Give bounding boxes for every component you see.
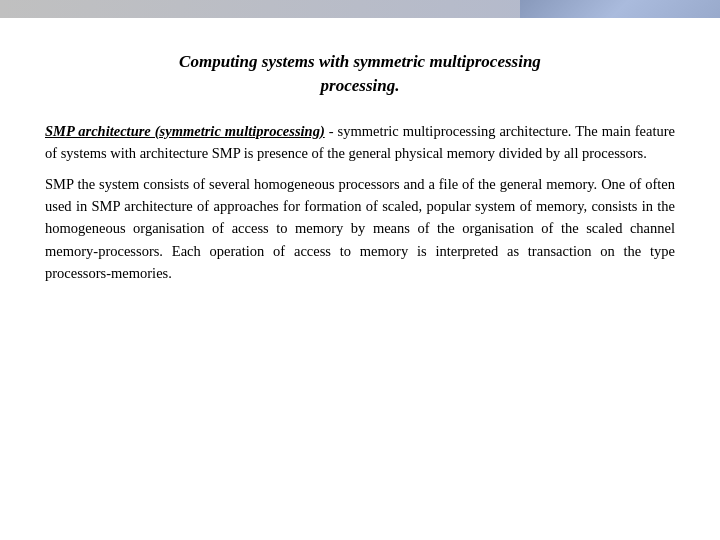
slide-title: Computing systems with symmetric multipr… [45,50,675,98]
paragraph-1: SMP architecture (symmetric multiprocess… [45,120,675,165]
content-area: Computing systems with symmetric multipr… [0,20,720,540]
dash: - [325,123,334,139]
top-bar [0,0,720,18]
top-bar-accent [520,0,720,18]
title-line2: processing. [321,76,400,95]
smp-term: SMP architecture (symmetric multiprocess… [45,123,325,139]
title-line1: Computing systems with symmetric multipr… [179,52,541,71]
body-text: SMP architecture (symmetric multiprocess… [45,120,675,285]
slide-container: Computing systems with symmetric multipr… [0,0,720,540]
paragraph-2: SMP the system consists of several homog… [45,173,675,285]
